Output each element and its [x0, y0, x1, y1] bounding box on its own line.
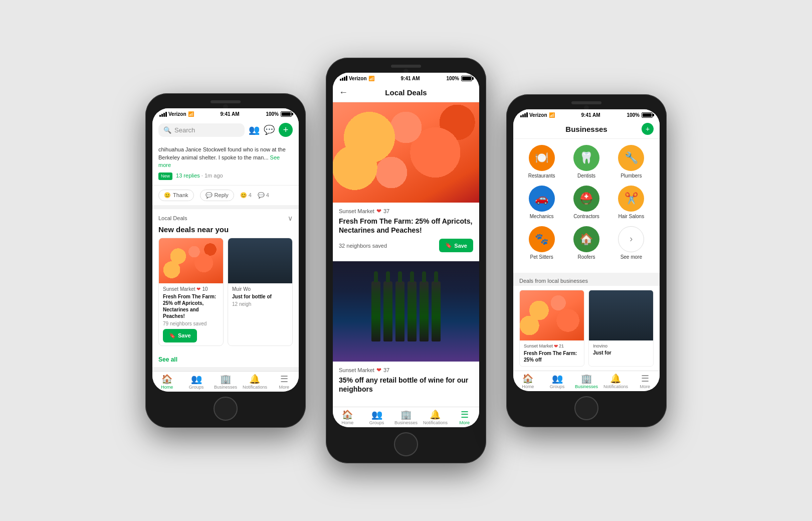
cat-roofers[interactable]: 🏠 Roofers — [568, 226, 604, 260]
plumbers-label: Plumbers — [621, 173, 642, 179]
p2-save-button-1[interactable]: 🔖 Save — [439, 239, 473, 252]
deal-card-1[interactable]: Sunset Market ❤ 10 Fresh From The Farm: … — [158, 238, 224, 346]
more-icon-2: ☰ — [461, 410, 469, 419]
nav-groups-1[interactable]: 👥 Groups — [181, 375, 211, 390]
cat-restaurants[interactable]: 🍽️ Restaurants — [524, 145, 560, 179]
nav-groups-3[interactable]: 👥 Groups — [542, 374, 571, 389]
deal-saved-2: 12 neigh — [232, 301, 288, 307]
cat-hair-salons[interactable]: ✂️ Hair Salons — [613, 186, 649, 219]
nav-more-1[interactable]: ☰ More — [270, 375, 299, 390]
home-icon-2: 🏠 — [342, 410, 353, 419]
phone-screen-2: Verizon 📶 9:41 AM 100% ← Local Deals — [333, 73, 479, 428]
phone-screen-3: Verizon 📶 9:41 AM 100% Businesses + 🍽️ — [513, 109, 660, 391]
nav-notifications-label-2: Notifications — [423, 420, 448, 425]
p2-deal-info-2: Sunset Market ❤ 37 35% off any retail bo… — [333, 362, 479, 403]
p3-deal-card-1[interactable]: Sunset Market ❤ 21 Fresh From The Farm: … — [519, 290, 584, 367]
time-1: 9:41 AM — [221, 111, 240, 117]
collapse-icon[interactable]: ∨ — [288, 214, 293, 222]
nav-businesses-3[interactable]: 🏢 Businesses — [572, 374, 601, 389]
wine-bottle-1 — [371, 281, 380, 341]
carrier-2: Verizon — [349, 76, 367, 81]
deal-store-2: Muir Wo — [232, 286, 288, 292]
battery-label-1: 100% — [266, 111, 279, 117]
nav-home-2[interactable]: 🏠 Home — [333, 410, 362, 425]
p2-wine-img — [333, 261, 479, 362]
see-all-link[interactable]: See all — [152, 352, 299, 367]
nav-groups-2[interactable]: 👥 Groups — [362, 410, 391, 425]
home-button-2[interactable] — [394, 432, 418, 456]
p3-deals-section-label: Deals from local businesses — [513, 273, 660, 286]
signal-bars-2 — [340, 76, 347, 81]
cat-plumbers[interactable]: 🔧 Plumbers — [613, 145, 649, 179]
businesses-icon-1: 🏢 — [220, 375, 231, 384]
search-text: Search — [174, 126, 195, 134]
nav-more-2[interactable]: ☰ More — [450, 410, 479, 425]
reply-button[interactable]: 💬 Reply — [200, 190, 234, 201]
thank-icon: 😐 — [164, 192, 171, 199]
p2-deal-img-1 — [333, 102, 479, 203]
deal-card-2[interactable]: Muir Wo Just for bottle of 12 neigh — [228, 238, 293, 346]
p2-deal-card-1[interactable]: Sunset Market ❤ 37 Fresh From The Farm: … — [333, 102, 479, 257]
mechanics-icon: 🚗 — [529, 186, 555, 212]
restaurants-label: Restaurants — [528, 173, 555, 179]
p3-deal-desc-2: Just for — [593, 350, 649, 356]
status-bar-2: Verizon 📶 9:41 AM 100% — [333, 73, 479, 83]
cat-see-more[interactable]: › See more — [613, 226, 649, 260]
pet-sitters-icon: 🐾 — [529, 226, 555, 252]
home-button-1[interactable] — [214, 397, 238, 421]
p3-deal-info-1: Sunset Market ❤ 21 Fresh From The Farm: … — [520, 340, 584, 366]
nav-home-3[interactable]: 🏠 Home — [513, 374, 542, 389]
thank-button[interactable]: 😐 Thank — [158, 190, 194, 201]
roofers-icon: 🏠 — [573, 226, 599, 252]
wifi-icon-3: 📶 — [549, 112, 555, 118]
save-button-1[interactable]: 🔖 Save — [163, 329, 197, 342]
nav-businesses-1[interactable]: 🏢 Businesses — [211, 375, 240, 390]
nav-more-label-1: More — [279, 385, 290, 390]
deals-section-label: Local Deals — [158, 215, 187, 221]
chat-icon[interactable]: 💬 — [264, 124, 275, 135]
nav-home-1[interactable]: 🏠 Home — [152, 375, 181, 390]
cat-pet-sitters[interactable]: 🐾 Pet Sitters — [524, 226, 560, 260]
battery-icon-1 — [281, 111, 292, 117]
phone-2: Verizon 📶 9:41 AM 100% ← Local Deals — [326, 58, 486, 464]
p3-title: Businesses — [565, 125, 607, 133]
dentists-label: Dentists — [577, 173, 595, 179]
add-button[interactable]: + — [279, 123, 293, 137]
nav-notifications-1[interactable]: 🔔 Notifications — [240, 375, 269, 390]
hair-salons-icon: ✂️ — [618, 186, 644, 212]
nav-groups-label-1: Groups — [189, 385, 204, 390]
cat-dentists[interactable]: 🦷 Dentists — [568, 145, 604, 179]
nav-more-3[interactable]: ☰ More — [631, 374, 660, 389]
nav-businesses-2[interactable]: 🏢 Businesses — [391, 410, 421, 425]
home-icon-1: 🏠 — [161, 375, 172, 384]
home-button-3[interactable] — [574, 396, 598, 420]
plumbers-icon: 🔧 — [618, 145, 644, 171]
p2-deal-info-1: Sunset Market ❤ 37 Fresh From The Farm: … — [333, 203, 479, 257]
wifi-icon-2: 📶 — [368, 76, 374, 81]
nav-notifications-2[interactable]: 🔔 Notifications — [421, 410, 450, 425]
cat-contractors[interactable]: ⛑️ Contractors — [568, 186, 604, 219]
nav-notifications-3[interactable]: 🔔 Notifications — [601, 374, 630, 389]
p2-deal-card-2[interactable]: Sunset Market ❤ 37 35% off any retail bo… — [333, 261, 479, 403]
wine-bottle-4 — [408, 281, 417, 341]
cat-mechanics[interactable]: 🚗 Mechanics — [524, 186, 560, 219]
back-button[interactable]: ← — [339, 87, 348, 98]
p2-deal-saved-1: 32 neighbors saved — [339, 243, 387, 249]
hair-salons-label: Hair Salons — [618, 214, 644, 219]
deals-heading: New deals near you — [152, 225, 299, 238]
replies-text[interactable]: 13 replies — [176, 172, 200, 179]
nav-home-label-3: Home — [522, 384, 534, 389]
phone-speaker-3 — [571, 101, 601, 104]
battery-label-3: 100% — [627, 112, 640, 118]
category-row-1: 🍽️ Restaurants 🦷 Dentists 🔧 Plumbers — [519, 145, 654, 179]
signal-bars-3 — [520, 112, 528, 117]
deal-saved-1: 79 neighbors saved — [163, 321, 219, 326]
contractors-icon: ⛑️ — [573, 186, 599, 212]
comment-icon: 💬 — [258, 192, 265, 199]
p3-deal-card-2[interactable]: Inovino Just for — [588, 290, 654, 367]
people-icon[interactable]: 👥 — [249, 124, 260, 135]
status-bar-3: Verizon 📶 9:41 AM 100% — [513, 109, 660, 120]
p3-add-button[interactable]: + — [642, 123, 654, 135]
search-bar[interactable]: 🔍 Search — [158, 123, 245, 137]
nav-notifications-label-1: Notifications — [243, 385, 267, 390]
